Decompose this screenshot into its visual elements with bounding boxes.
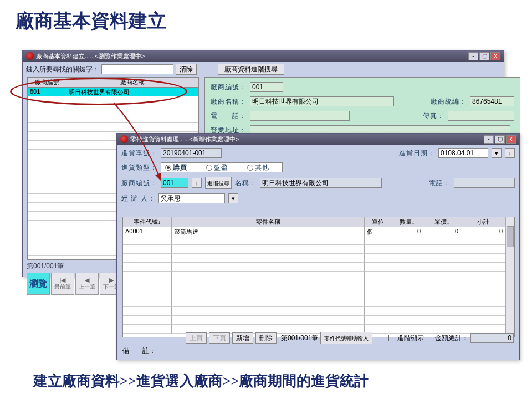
prev-record-button[interactable]: ◀上一筆 — [75, 273, 99, 295]
type-surplus-radio[interactable]: 盤盈 — [206, 163, 239, 172]
radio-checked-icon — [165, 165, 171, 171]
workflow-text: 建立廠商資料>>進貨選入廠商>>廠商期間的進貨統計 — [33, 371, 369, 391]
table-row[interactable] — [123, 316, 514, 325]
vendor-tax-field[interactable] — [470, 96, 514, 106]
search-input[interactable] — [101, 64, 173, 74]
type-label: 進貨類型： — [121, 163, 157, 172]
billno-label: 進貨單號： — [121, 149, 157, 158]
date-label: 進貨日期： — [399, 149, 435, 158]
col-unit[interactable]: 單位 — [365, 217, 391, 227]
table-row[interactable] — [28, 96, 198, 105]
cell-qty: 0 — [391, 227, 423, 236]
vendor-code-input[interactable] — [161, 178, 188, 188]
type-buy-radio[interactable]: 購買 — [165, 163, 198, 172]
cell-code: A0001 — [123, 227, 172, 236]
vendor-fax-label: 傳真： — [422, 111, 444, 121]
table-row[interactable] — [123, 307, 514, 316]
type-other-radio[interactable]: 其他 — [247, 163, 280, 172]
cell-vendor-name: 明日科技世界有限公司 — [66, 88, 198, 96]
date-field[interactable] — [438, 148, 488, 158]
table-row[interactable] — [123, 245, 514, 254]
billno-field[interactable] — [161, 148, 222, 158]
vertical-scrollbar[interactable] — [505, 217, 514, 337]
col-part-name[interactable]: 零件名稱 — [172, 217, 365, 227]
col-subtotal[interactable]: 小計 — [461, 217, 505, 227]
aux-input-button[interactable]: 零件代號輔助輸入 — [320, 332, 372, 344]
col-price[interactable]: 單價↓ — [423, 217, 461, 227]
vendor-code-label: 廠商編號： — [211, 83, 247, 92]
table-row[interactable] — [123, 236, 514, 245]
table-row[interactable] — [123, 280, 514, 289]
search-label: 鍵入所要尋找的關鍵字： — [26, 65, 99, 74]
total-label: 金額總計： — [435, 334, 468, 343]
table-row[interactable] — [28, 123, 198, 132]
handler-field[interactable] — [158, 193, 225, 203]
delete-button[interactable]: 刪除 — [255, 332, 277, 344]
col-part-code[interactable]: 零件代號↓ — [123, 217, 172, 227]
adv-show-label: 進階顯示 — [397, 334, 424, 343]
adv-show-checkbox[interactable] — [388, 335, 395, 341]
items-pager: 第001/001筆 — [281, 334, 318, 343]
table-row[interactable]: A0001 滾筒馬達 個 0 0 0 — [123, 227, 514, 236]
cell-price: 0 — [423, 227, 461, 236]
close-button[interactable]: x — [506, 135, 516, 144]
titlebar[interactable]: 廠商基本資料建立......<瀏覽作業處理中> - ▢ x — [23, 50, 504, 62]
vendor-name-field[interactable] — [250, 96, 394, 106]
col-qty[interactable]: 數量↓ — [391, 217, 423, 227]
row-marker-icon: ▸ — [29, 87, 34, 93]
prev-page-button[interactable]: 上頁 — [186, 332, 207, 344]
vendor-code-label: 廠商編號： — [121, 178, 157, 188]
table-row[interactable] — [123, 263, 514, 272]
table-row[interactable] — [123, 272, 514, 280]
vendor-name-label: 名稱： — [235, 178, 257, 188]
handler-label: 經 辦 人： — [121, 194, 155, 203]
window-title: 廠商基本資料建立......<瀏覽作業處理中> — [36, 52, 145, 60]
first-icon: |◀ — [60, 277, 66, 283]
cell-name: 滾筒馬達 — [172, 227, 365, 236]
table-row[interactable] — [123, 254, 514, 263]
items-grid[interactable]: 零件代號↓ 零件名稱 單位 數量↓ 單價↓ 小計 A0001 滾筒馬達 個 0 … — [122, 217, 515, 337]
vendor-dropdown-button[interactable]: ↓ — [192, 178, 202, 188]
minimize-button[interactable]: - — [484, 135, 494, 144]
vendor-fax-field[interactable] — [448, 111, 514, 121]
scrollbar-thumb[interactable] — [507, 226, 514, 247]
close-button[interactable]: x — [490, 52, 500, 60]
label: 盤盈 — [214, 163, 228, 172]
app-icon — [26, 52, 34, 60]
next-page-button[interactable]: 下頁 — [209, 332, 230, 344]
table-row[interactable] — [28, 105, 198, 114]
titlebar[interactable]: 零件進貨資料處理......<新增作業處理中> - ▢ x — [117, 134, 519, 145]
handler-dropdown-button[interactable]: ▾ — [228, 193, 238, 203]
minimize-button[interactable]: - — [468, 52, 478, 60]
vendor-tel-field[interactable] — [250, 111, 350, 121]
table-row[interactable] — [123, 298, 514, 307]
date-picker-button[interactable]: ↓ — [505, 148, 515, 158]
col-vendor-code[interactable]: 廠商編號 — [28, 78, 66, 88]
next-icon: ▶ — [109, 277, 114, 283]
vendor-tel-field[interactable] — [454, 178, 515, 188]
prev-icon: ◀ — [85, 277, 89, 283]
maximize-button[interactable]: ▢ — [495, 135, 505, 144]
vendor-name-field[interactable] — [260, 178, 382, 188]
browse-button[interactable]: 瀏覽 — [27, 273, 50, 295]
clear-button[interactable]: 清除 — [176, 64, 197, 75]
vendor-tax-label: 廠商統編： — [431, 97, 467, 106]
radio-icon — [247, 165, 253, 171]
window-title: 零件進貨資料處理......<新增作業處理中> — [130, 135, 239, 144]
col-vendor-name[interactable]: 廠商名稱 — [66, 78, 198, 88]
advanced-search-button[interactable]: 廠商資料進階搜尋 — [218, 64, 284, 75]
maximize-button[interactable]: ▢ — [479, 52, 489, 60]
add-button[interactable]: 新增 — [232, 332, 253, 344]
total-field[interactable] — [470, 333, 514, 343]
table-row[interactable] — [123, 289, 514, 298]
vendor-adv-search-button[interactable]: 進階搜尋 — [205, 177, 232, 189]
purchase-window: 零件進貨資料處理......<新增作業處理中> - ▢ x 進貨單號： 進貨日期… — [116, 133, 520, 360]
table-row[interactable] — [28, 114, 198, 123]
table-row[interactable]: 001 明日科技世界有限公司 — [28, 88, 198, 96]
cell-sub: 0 — [461, 227, 505, 236]
vendor-tel-label: 電話： — [429, 178, 451, 188]
pager-text: 第001/001筆 — [27, 262, 64, 271]
first-record-button[interactable]: |◀最前筆 — [51, 273, 74, 295]
date-dropdown-button[interactable]: ▾ — [492, 148, 502, 158]
vendor-code-field[interactable] — [250, 82, 283, 92]
